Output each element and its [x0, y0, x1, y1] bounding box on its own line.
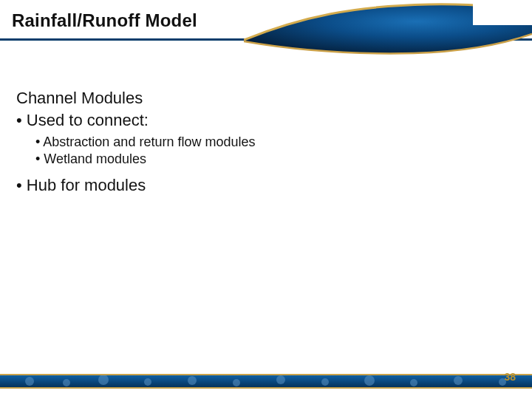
svg-point-3: [63, 379, 70, 386]
svg-point-6: [188, 376, 197, 385]
footer-band-graphic: [0, 375, 532, 387]
slide-title: Rainfall/Runoff Model: [12, 10, 197, 31]
header-curve-graphic: [244, 0, 532, 66]
svg-rect-0: [473, 0, 532, 25]
slide-footer: 38: [0, 358, 532, 399]
svg-point-8: [276, 375, 285, 384]
subheading: Channel Modules: [16, 89, 516, 108]
footer-accent-line: [0, 387, 532, 389]
svg-point-7: [233, 379, 240, 386]
svg-point-10: [364, 375, 375, 386]
footer-band-icon: [0, 375, 532, 387]
bullet-level1: • Used to connect:: [16, 111, 516, 130]
slide: Rainfall/Runoff Model: [0, 0, 532, 399]
svg-point-11: [410, 379, 417, 386]
svg-point-5: [144, 378, 151, 386]
bullet-level2: • Abstraction and return flow modules: [35, 134, 516, 150]
page-number: 38: [504, 371, 516, 383]
curve-icon: [244, 0, 532, 66]
bullet-level1: • Hub for modules: [16, 176, 516, 195]
spacer: [16, 168, 516, 176]
bullet-level2: • Wetland modules: [35, 151, 516, 167]
svg-point-2: [25, 377, 34, 386]
slide-body: Channel Modules • Used to connect: • Abs…: [16, 89, 516, 200]
svg-rect-1: [0, 375, 532, 387]
svg-point-12: [454, 376, 463, 385]
svg-point-9: [321, 378, 329, 386]
slide-header: Rainfall/Runoff Model: [0, 0, 532, 66]
